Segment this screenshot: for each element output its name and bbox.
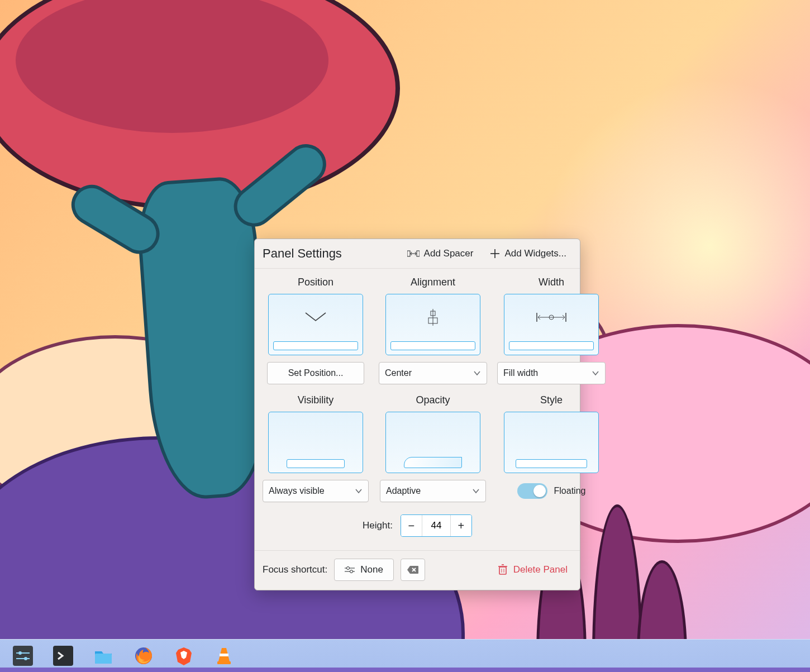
svg-rect-18: [499, 567, 506, 574]
position-preview[interactable]: [268, 294, 363, 355]
svg-rect-1: [417, 251, 420, 256]
height-input[interactable]: [422, 515, 450, 536]
svg-rect-32: [217, 661, 231, 664]
task-konsole[interactable]: [51, 644, 75, 668]
chevron-down-icon: [592, 370, 599, 376]
chevron-down-icon: [473, 370, 481, 376]
delete-panel-button[interactable]: Delete Panel: [493, 561, 572, 579]
alignment-label: Alignment: [411, 277, 455, 288]
chevron-down-icon: [355, 488, 363, 494]
opacity-select[interactable]: Adaptive: [380, 480, 486, 502]
style-label: Style: [540, 394, 563, 406]
plus-icon: [490, 249, 500, 259]
clear-shortcut-button[interactable]: [401, 559, 425, 581]
svg-point-13: [347, 567, 350, 570]
svg-point-15: [350, 570, 353, 573]
taskbar: [0, 639, 810, 672]
add-widgets-button[interactable]: Add Widgets...: [484, 245, 572, 263]
alignment-preview[interactable]: [385, 294, 480, 355]
task-system-settings[interactable]: [11, 644, 35, 668]
panel-settings-popup: Panel Settings Add Spacer Add Widgets...…: [254, 239, 580, 590]
opacity-preview[interactable]: [385, 412, 480, 473]
width-label: Width: [539, 277, 564, 288]
width-select[interactable]: Fill width: [497, 362, 606, 384]
popup-title: Panel Settings: [263, 246, 342, 261]
chevron-down-icon: [472, 488, 480, 494]
task-brave[interactable]: [172, 644, 196, 668]
task-vlc[interactable]: [212, 644, 236, 668]
sliders-icon: [345, 566, 355, 574]
height-label: Height:: [363, 520, 393, 531]
add-spacer-button[interactable]: Add Spacer: [402, 245, 479, 263]
focus-shortcut-label: Focus shortcut:: [263, 564, 327, 575]
style-preview[interactable]: [504, 412, 599, 473]
brave-icon: [174, 646, 194, 666]
visibility-select[interactable]: Always visible: [263, 480, 369, 502]
visibility-preview[interactable]: [268, 412, 363, 473]
align-center-icon: [424, 309, 442, 326]
folder-icon: [93, 646, 113, 666]
svg-rect-0: [407, 251, 410, 256]
visibility-label: Visibility: [298, 394, 334, 406]
fit-width-icon: [536, 312, 567, 323]
opacity-label: Opacity: [416, 394, 450, 406]
focus-shortcut-button[interactable]: None: [334, 559, 394, 581]
settings-icon: [13, 646, 33, 666]
position-label: Position: [298, 277, 333, 288]
terminal-icon: [53, 646, 73, 666]
task-firefox[interactable]: [132, 644, 155, 668]
delete-panel-label: Delete Panel: [513, 564, 568, 575]
alignment-select[interactable]: Center: [379, 362, 487, 384]
backspace-icon: [407, 565, 419, 574]
trash-icon: [498, 564, 508, 575]
add-spacer-icon: [407, 250, 420, 258]
height-increment-button[interactable]: +: [450, 515, 471, 536]
vlc-icon: [214, 646, 234, 666]
focus-shortcut-value: None: [360, 564, 383, 575]
add-spacer-label: Add Spacer: [424, 248, 474, 259]
floating-toggle[interactable]: [517, 483, 547, 499]
svg-rect-23: [13, 646, 33, 666]
height-spinbox: − +: [401, 514, 472, 537]
svg-rect-31: [220, 654, 228, 656]
firefox-icon: [134, 646, 154, 666]
add-widgets-label: Add Widgets...: [504, 248, 566, 259]
floating-label: Floating: [554, 486, 586, 496]
chevron-down-icon: [303, 311, 328, 324]
height-decrement-button[interactable]: −: [401, 515, 422, 536]
task-dolphin[interactable]: [92, 644, 115, 668]
set-position-button[interactable]: Set Position...: [267, 362, 364, 384]
svg-rect-29: [95, 654, 112, 664]
width-preview[interactable]: [504, 294, 599, 355]
